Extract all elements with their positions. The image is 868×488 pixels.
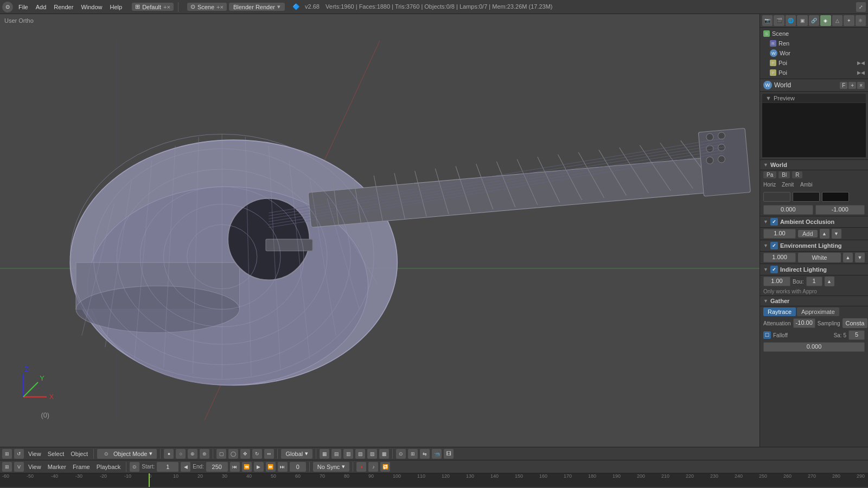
tl-play-btn[interactable]: ▶ <box>254 462 264 472</box>
tl-record-btn[interactable]: ● <box>356 462 366 472</box>
horiz-value[interactable]: 0.000 <box>763 205 813 215</box>
prop-icon-object[interactable]: ▣ <box>797 15 807 26</box>
timeline-ruler[interactable]: -60 -50 -40 -30 -20 -10 0 10 20 30 40 50… <box>0 473 868 487</box>
snap-magnet-icon[interactable]: ⊕ <box>188 449 197 459</box>
grid-toggle-5[interactable]: ▨ <box>367 449 377 459</box>
gather-section-header[interactable]: ▼ Gather <box>760 296 868 306</box>
prop-icon-physics[interactable]: ⚛ <box>856 15 866 26</box>
select-box-icon[interactable]: ▢ <box>216 449 226 459</box>
draw-dot-icon[interactable]: ● <box>164 449 174 459</box>
falloff-checkbox[interactable]: ☐ <box>763 331 771 339</box>
tl-audio-icon[interactable]: ♪ <box>368 462 378 472</box>
menu-render[interactable]: Render <box>50 3 76 11</box>
approximate-tab[interactable]: Approximate <box>797 307 839 316</box>
ao-arrow-up[interactable]: ▲ <box>820 229 829 239</box>
prop-icon-render[interactable]: 📷 <box>762 15 773 26</box>
world-bl-btn[interactable]: Bl <box>778 171 790 178</box>
world-pa-btn[interactable]: Pa <box>763 171 776 178</box>
grid-toggle-2[interactable]: ▤ <box>331 449 341 459</box>
prop-icon-particles[interactable]: ✦ <box>844 15 854 26</box>
outliner-world[interactable]: W Wor <box>768 48 867 58</box>
render-engine-selector[interactable]: Blender Render ▾ <box>229 3 285 11</box>
object-label[interactable]: Object <box>68 451 90 457</box>
ambi-color[interactable] <box>822 192 849 202</box>
prop-icon-data[interactable]: △ <box>832 15 843 26</box>
global-dropdown[interactable]: Global ▾ <box>281 449 312 459</box>
tl-play-jump-start[interactable]: ⏮ <box>230 462 240 472</box>
tl-play-next[interactable]: ⏩ <box>266 462 276 472</box>
world-close-btn[interactable]: × <box>857 82 865 89</box>
ao-factor[interactable]: 1.00 <box>763 229 796 239</box>
env-color[interactable]: White <box>798 253 841 262</box>
ao-arrow-down[interactable]: ▼ <box>832 229 841 239</box>
indirect-section-header[interactable]: ▼ ✓ Indirect Lighting <box>760 264 868 275</box>
prop-icon-constraint[interactable]: 🔗 <box>809 15 819 26</box>
timeline-icon[interactable]: 🎞 <box>444 449 454 459</box>
outliner-poi1[interactable]: P Poi ▶◀ <box>768 58 867 68</box>
prop-icon-material[interactable]: ◈ <box>820 15 831 26</box>
grid-toggle-4[interactable]: ▧ <box>355 449 365 459</box>
tl-icon-1[interactable]: ⊙ <box>130 462 139 472</box>
move-icon[interactable]: ✥ <box>240 449 250 459</box>
viewport[interactable]: User Ortho <box>0 14 760 447</box>
consta-value[interactable]: Consta <box>843 318 868 328</box>
rotate-icon[interactable]: ↻ <box>252 449 262 459</box>
tl-play-prev[interactable]: ⏪ <box>242 462 252 472</box>
ao-mode[interactable]: Add <box>798 230 818 237</box>
toolbar-grid-icon[interactable]: ⊞ <box>2 449 12 459</box>
timeline-playback-label[interactable]: Playback <box>94 464 123 470</box>
grid-toggle-3[interactable]: ▥ <box>343 449 353 459</box>
tl-play-jump-end[interactable]: ⏭ <box>278 462 288 472</box>
prop-icon-world[interactable]: 🌐 <box>786 15 796 26</box>
world-add-btn[interactable]: + <box>848 82 856 89</box>
outliner-poi2[interactable]: P Poi ▶◀ <box>768 68 867 78</box>
workspace-selector[interactable]: ⊞ Default + × <box>132 3 174 11</box>
timeline-menu-icon[interactable]: ⊞ <box>2 462 12 472</box>
grid-toggle-6[interactable]: ▩ <box>379 449 389 459</box>
proportional-icon[interactable]: ⊙ <box>396 449 406 459</box>
world-r-btn[interactable]: R <box>792 171 802 178</box>
outliner-scene[interactable]: S Scene <box>761 29 867 38</box>
timeline-playhead[interactable] <box>149 473 150 487</box>
menu-file[interactable]: File <box>15 3 31 11</box>
select-circle-icon[interactable]: ◯ <box>228 449 238 459</box>
env-section-header[interactable]: ▼ ✓ Environment Lighting <box>760 240 868 252</box>
snap-icon[interactable]: ⊞ <box>408 449 418 459</box>
scale-icon[interactable]: ⇔ <box>264 449 274 459</box>
render-icon[interactable]: 📹 <box>432 449 442 459</box>
blender-icon[interactable]: ⊙ <box>2 2 13 12</box>
view-label[interactable]: View <box>26 451 43 457</box>
mirror-icon[interactable]: ⇆ <box>420 449 430 459</box>
mode-dropdown[interactable]: ⊙ Object Mode ▾ <box>97 449 157 459</box>
outliner-render[interactable]: R Ren <box>768 38 867 48</box>
zenit-color[interactable] <box>793 192 820 202</box>
sync-dropdown[interactable]: No Sync ▾ <box>313 462 350 472</box>
ao-section-header[interactable]: ▼ ✓ Ambient Occlusion <box>760 216 868 228</box>
timeline-view-label[interactable]: View <box>26 464 43 470</box>
indirect-factor[interactable]: 1.00 <box>763 277 790 286</box>
fullscreen-icon[interactable]: ⤢ <box>856 2 866 12</box>
env-checkbox[interactable]: ✓ <box>770 242 778 249</box>
zenit-value[interactable]: -1.000 <box>815 205 865 215</box>
indirect-bounces[interactable]: 1 <box>806 277 822 286</box>
prop-icon-scene[interactable]: 🎬 <box>774 15 784 26</box>
env-arrow-up[interactable]: ▲ <box>843 253 853 262</box>
current-frame-input[interactable] <box>290 462 306 472</box>
env-arrow-down[interactable]: ▼ <box>855 253 865 262</box>
timeline-marker-label[interactable]: Marker <box>46 464 68 470</box>
start-frame-input[interactable] <box>157 462 178 472</box>
sa-value[interactable]: 5 <box>848 330 865 340</box>
gather-bottom-value[interactable]: 0.000 <box>763 342 865 352</box>
menu-help[interactable]: Help <box>107 3 126 11</box>
world-section-header[interactable]: ▼ World <box>760 159 868 170</box>
scene-block[interactable]: ⊙ Scene + × <box>187 3 227 11</box>
end-frame-input[interactable] <box>206 462 228 472</box>
horiz-color[interactable] <box>763 192 790 202</box>
pivot-icon[interactable]: ⊛ <box>200 449 209 459</box>
toolbar-rotate-icon[interactable]: ↺ <box>14 449 24 459</box>
attenuation-value[interactable]: -10.00 <box>793 318 815 328</box>
tl-prev-frame[interactable]: ◀ <box>181 462 190 472</box>
raytrace-tab[interactable]: Raytrace <box>763 307 796 316</box>
env-factor[interactable]: 1.000 <box>763 253 796 262</box>
timeline-frame-label[interactable]: Frame <box>71 464 92 470</box>
